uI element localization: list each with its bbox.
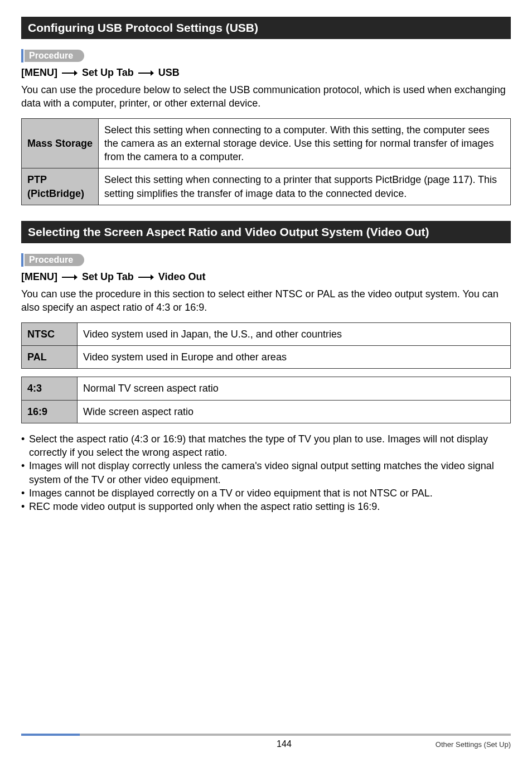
table-val: Select this setting when connecting to a… — [99, 168, 511, 205]
table-key: PAL — [22, 345, 78, 368]
section2-table-2: 4:3 Normal TV screen aspect ratio 16:9 W… — [21, 377, 511, 423]
list-item: Images cannot be displayed correctly on … — [21, 486, 511, 500]
proc-blue-accent — [21, 253, 23, 267]
procedure-bar-2: Procedure — [21, 253, 511, 267]
table-key: 4:3 — [22, 377, 78, 400]
menu-path-1-item-0: [MENU] — [21, 67, 57, 78]
list-item: REC mode video output is supported only … — [21, 500, 511, 513]
table-key: Mass Storage — [22, 118, 99, 168]
arrow-right-icon — [138, 274, 154, 281]
table-key: NTSC — [22, 322, 78, 345]
proc-blue-accent — [21, 49, 23, 62]
svg-marker-1 — [74, 70, 78, 76]
table-row: 4:3 Normal TV screen aspect ratio — [22, 377, 511, 400]
menu-path-1-item-1: Set Up Tab — [82, 67, 134, 78]
menu-path-2-item-1: Set Up Tab — [82, 271, 134, 282]
arrow-right-icon — [62, 70, 78, 76]
menu-path-1: [MENU] Set Up Tab USB — [21, 67, 511, 79]
menu-path-2: [MENU] Set Up Tab Video Out — [21, 271, 511, 283]
procedure-label-2: Procedure — [25, 254, 84, 266]
section1-para: You can use the procedure below to selec… — [21, 83, 511, 110]
menu-path-1-item-2: USB — [158, 67, 180, 78]
section1-table: Mass Storage Select this setting when co… — [21, 118, 511, 205]
table-row: PAL Video system used in Europe and othe… — [22, 345, 511, 368]
footer-section-label: Other Settings (Set Up) — [436, 740, 511, 749]
list-item: Select the aspect ratio (4:3 or 16:9) th… — [21, 432, 511, 460]
arrow-right-icon — [62, 274, 78, 281]
footer-row: 144 Other Settings (Set Up) — [21, 739, 511, 749]
section2-table-1: NTSC Video system used in Japan, the U.S… — [21, 322, 511, 369]
svg-marker-7 — [151, 274, 154, 280]
table-key: PTP (PictBridge) — [22, 168, 99, 205]
table-val: Normal TV screen aspect ratio — [78, 377, 511, 400]
menu-path-2-item-0: [MENU] — [21, 271, 57, 282]
section2-para: You can use the procedure in this sectio… — [21, 287, 511, 315]
table-val: Wide screen aspect ratio — [78, 400, 511, 423]
table-row: 16:9 Wide screen aspect ratio — [22, 400, 511, 423]
table-row: PTP (PictBridge) Select this setting whe… — [22, 168, 511, 205]
arrow-right-icon — [138, 70, 154, 76]
section-title-1: Configuring USB Protocol Settings (USB) — [21, 17, 511, 39]
section-title-2: Selecting the Screen Aspect Ratio and Vi… — [21, 221, 511, 243]
page-footer: 144 Other Settings (Set Up) — [21, 734, 511, 749]
list-item: Images will not display correctly unless… — [21, 459, 511, 486]
svg-marker-5 — [74, 274, 78, 280]
table-row: NTSC Video system used in Japan, the U.S… — [22, 322, 511, 345]
procedure-bar-1: Procedure — [21, 49, 511, 62]
footer-accent-line — [21, 734, 511, 736]
table-val: Video system used in Europe and other ar… — [78, 345, 511, 368]
menu-path-2-item-2: Video Out — [158, 271, 206, 282]
svg-marker-3 — [151, 70, 154, 76]
table-val: Video system used in Japan, the U.S., an… — [78, 322, 511, 345]
section2-bullets: Select the aspect ratio (4:3 or 16:9) th… — [21, 432, 511, 514]
table-key: 16:9 — [22, 400, 78, 423]
table-row: Mass Storage Select this setting when co… — [22, 118, 511, 168]
footer-page-number: 144 — [277, 739, 292, 749]
table-val: Select this setting when connecting to a… — [99, 118, 511, 168]
procedure-label-1: Procedure — [25, 50, 84, 62]
